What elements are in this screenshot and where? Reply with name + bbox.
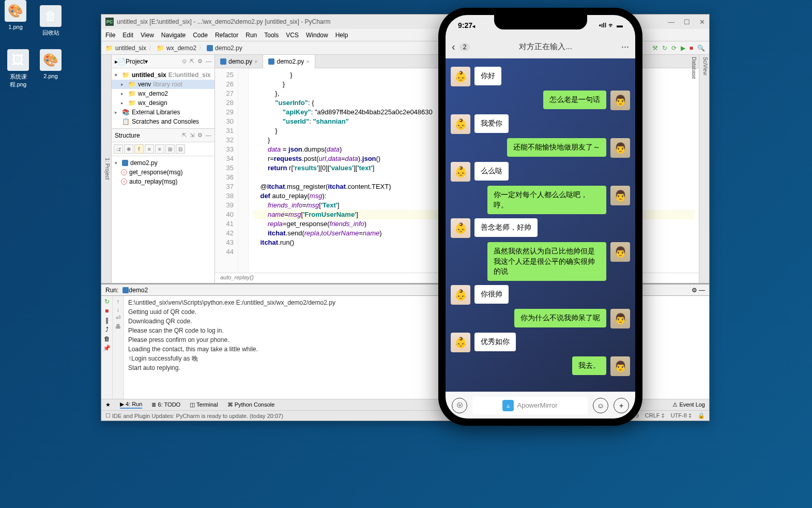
pause-icon[interactable]: ‖ (105, 317, 109, 324)
tree-item-venv[interactable]: ▸ 📁 venv library root (112, 80, 215, 89)
pin-icon[interactable]: 📌 (103, 345, 111, 352)
menu-edit[interactable]: Edit (122, 32, 133, 39)
right-tool-strip[interactable]: SciView Database (699, 55, 709, 283)
update-icon[interactable]: ⟳ (671, 44, 677, 52)
chat-input[interactable]: ▵ ApowerMirror (472, 397, 588, 414)
avatar[interactable]: 👨 (610, 138, 630, 158)
chat-message[interactable]: 👨我去。 (451, 356, 630, 376)
hide-icon[interactable]: — (206, 132, 211, 139)
close-button[interactable]: ✕ (699, 18, 705, 26)
tree-item-scratches[interactable]: 📋 Scratches and Consoles (112, 117, 215, 126)
emoji-icon[interactable]: ☺ (593, 398, 608, 413)
avatar[interactable]: 👨 (610, 309, 630, 328)
menu-refactor[interactable]: Refactor (215, 32, 238, 39)
run-icon[interactable]: ▶ (681, 44, 685, 52)
down-icon[interactable]: ↓ (117, 306, 120, 312)
avatar[interactable]: 👶 (451, 333, 470, 352)
avatar[interactable]: 👶 (451, 162, 470, 182)
tree-root[interactable]: ▾ 📁 untitled_six E:\untitled_six (112, 70, 215, 80)
breadcrumb-folder[interactable]: wx_demo2 (166, 44, 196, 52)
wrap-icon[interactable]: ⏎ (116, 315, 120, 321)
tree-item-folder[interactable]: ▸ 📁 wx_demo2 (112, 89, 215, 98)
fold-gutter[interactable] (238, 68, 249, 273)
target-icon[interactable]: ⊙ (182, 58, 187, 65)
avatar[interactable]: 👨 (610, 91, 630, 110)
menu-tools[interactable]: Tools (264, 32, 279, 39)
search-icon[interactable]: 🔍 (697, 44, 705, 52)
chat-message[interactable]: 👶你很帅 (451, 285, 630, 305)
avatar[interactable]: 👶 (451, 67, 470, 86)
trash-icon[interactable]: 🗑 (104, 335, 110, 342)
lock-icon[interactable]: 🔒 (698, 412, 705, 419)
plus-icon[interactable]: + (614, 398, 629, 413)
menu-help[interactable]: Help (335, 32, 348, 39)
print-icon[interactable]: 🖶 (115, 323, 121, 330)
sync-icon[interactable]: ↻ (662, 44, 667, 52)
structure-file[interactable]: ▾ demo2.py (112, 158, 215, 168)
menu-navigate[interactable]: Navigate (161, 32, 186, 39)
minimize-button[interactable]: — (668, 18, 675, 26)
stop-icon[interactable]: ■ (105, 307, 109, 315)
breadcrumb-root[interactable]: untitled_six (115, 44, 146, 52)
structure-function[interactable]: f auto_replay(msg) (112, 177, 215, 186)
menu-code[interactable]: Code (193, 32, 208, 39)
exit-icon[interactable]: ⤴ (105, 326, 109, 333)
filter-icon[interactable]: ⊟ (176, 144, 185, 154)
bottom-tab-run[interactable]: ▶ 4: Run (120, 401, 142, 409)
chat-message[interactable]: 👶善念老师，好帅 (451, 218, 630, 238)
chat-message[interactable]: 👶我爱你 (451, 114, 630, 134)
maximize-button[interactable]: ☐ (684, 18, 690, 26)
tab-demo2[interactable]: demo2.py × (263, 55, 315, 68)
sciview-tab[interactable]: SciView (702, 57, 708, 75)
avatar[interactable]: 👶 (451, 218, 470, 238)
tab-demo[interactable]: demo.py × (215, 55, 263, 68)
gear-icon[interactable]: ⚙ (197, 132, 203, 139)
filter-icon[interactable]: ≡ (155, 144, 164, 154)
chat-message[interactable]: 👶你好 (451, 67, 630, 86)
stop-icon[interactable]: ■ (690, 44, 693, 52)
chat-message[interactable]: 👨你一定对每个人都么么哒吧，哼。 (451, 186, 630, 214)
bottom-tab-todo[interactable]: ≣ 6: TODO (151, 401, 180, 408)
project-tab[interactable]: 1: Project (104, 158, 110, 180)
chat-message[interactable]: 👨虽然我依然认为自己比他帅但是我这个人还是很公平的确实很帅的说 (451, 242, 630, 281)
gear-icon[interactable]: ⚙ — (692, 287, 705, 294)
filter-icon[interactable]: f (134, 144, 144, 154)
collapse-icon[interactable]: ⇱ (190, 58, 194, 65)
filter-icon[interactable]: ❋ (124, 144, 133, 154)
menu-run[interactable]: Run (246, 32, 257, 39)
sort-icon[interactable]: ↓z (114, 144, 123, 154)
collapse-icon[interactable]: ⇱ (182, 132, 187, 139)
menu-window[interactable]: Window (306, 32, 328, 39)
chat-message[interactable]: 👶么么哒 (451, 162, 630, 182)
avatar[interactable]: 👨 (610, 242, 630, 262)
bottom-tab-terminal[interactable]: ◫ Terminal (190, 401, 218, 408)
close-icon[interactable]: × (254, 58, 257, 65)
avatar[interactable]: 👨 (610, 356, 630, 376)
tree-item-external[interactable]: ▸ 📚 External Libraries (112, 108, 215, 117)
filter-icon[interactable]: ⊞ (165, 144, 175, 154)
menu-vcs[interactable]: VCS (286, 32, 299, 39)
bottom-tab-python-console[interactable]: ⌘ Python Console (227, 401, 275, 408)
gear-icon[interactable]: ⚙ (197, 58, 203, 65)
voice-icon[interactable]: ⦾ (452, 398, 467, 413)
avatar[interactable]: 👶 (451, 285, 470, 305)
hide-icon[interactable]: — (206, 58, 211, 65)
structure-function[interactable]: f get_response(msg) (112, 168, 215, 177)
database-tab[interactable]: Database (691, 57, 697, 79)
breadcrumb-file[interactable]: demo2.py (215, 44, 242, 52)
rerun-icon[interactable]: ↻ (104, 298, 110, 305)
left-tool-strip[interactable]: 1: Project (101, 55, 112, 283)
chat-message[interactable]: 👨你为什么不说我帅呆了呢 (451, 309, 630, 328)
star-icon[interactable]: ★ (105, 401, 111, 408)
avatar[interactable]: 👨 (610, 186, 630, 205)
back-icon[interactable]: ‹ (452, 41, 455, 53)
expand-icon[interactable]: ⇲ (190, 132, 194, 139)
desktop-icon-file[interactable]: 🎨 1.png (0, 0, 31, 30)
tree-item-folder[interactable]: ▸ 📁 wx_design (112, 98, 215, 108)
chat-message[interactable]: 👨怎么老是一句话 (451, 91, 630, 110)
menu-file[interactable]: File (105, 32, 115, 39)
up-icon[interactable]: ↑ (117, 298, 120, 304)
more-icon[interactable]: ··· (621, 41, 629, 52)
desktop-icon-recycle-bin[interactable]: 🗑 回收站 (35, 5, 66, 37)
chat-message[interactable]: 👨还能不能愉快地做朋友了～ (451, 138, 630, 158)
